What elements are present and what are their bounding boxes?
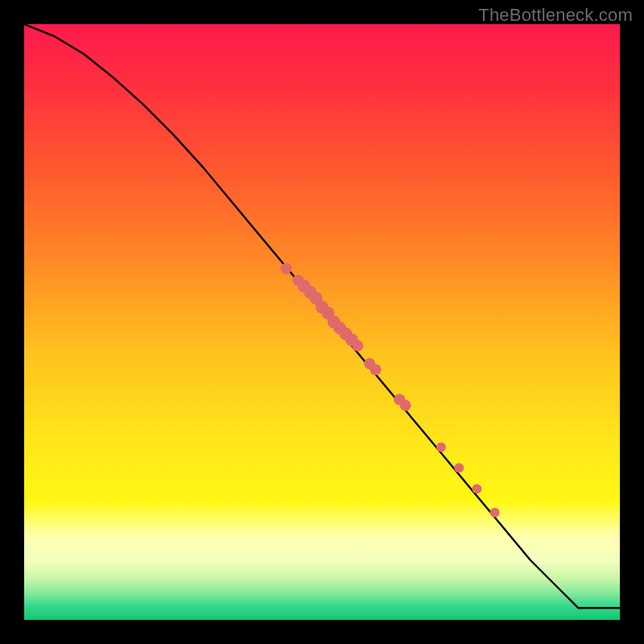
chart-frame: TheBottleneck.com (0, 0, 644, 644)
plot-area (24, 24, 620, 620)
background-gradient (24, 24, 620, 620)
svg-rect-0 (24, 24, 620, 620)
watermark-text: TheBottleneck.com (478, 5, 633, 26)
